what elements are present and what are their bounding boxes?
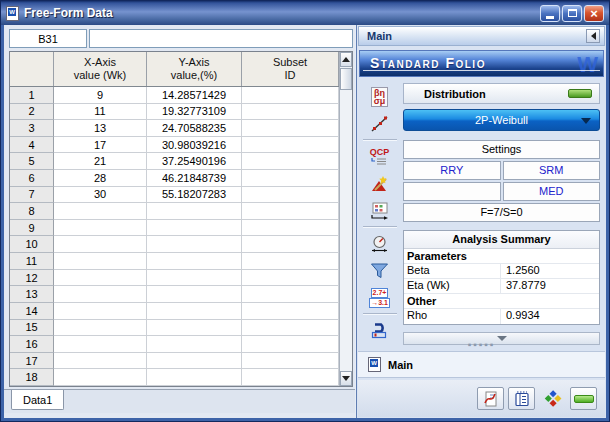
cell-y-value[interactable] [147,236,242,253]
row-number[interactable]: 12 [10,270,54,287]
degradation-button[interactable] [365,231,395,256]
cell-y-value[interactable]: 14.28571429 [147,87,242,104]
column-header-y-axis[interactable]: Y-Axis value,(%) [147,52,242,86]
minimize-button[interactable] [540,5,560,22]
cell-subset-id[interactable] [242,137,339,154]
row-number[interactable]: 1 [10,87,54,104]
cell-subset-id[interactable] [242,104,339,121]
setting-rank-method[interactable]: SRM [503,161,601,180]
cell-x-value[interactable] [54,353,147,370]
cell-x-value[interactable]: 17 [54,137,147,154]
cell-y-value[interactable] [147,286,242,303]
qcp-button[interactable]: QCP [365,144,395,169]
panel-splitter[interactable]: ▪▪▪▪▪ [357,342,606,349]
row-number[interactable]: 4 [10,137,54,154]
cell-x-value[interactable] [54,203,147,220]
scrollbar-thumb[interactable] [340,68,352,90]
cell-x-value[interactable] [54,303,147,320]
row-number[interactable]: 14 [10,303,54,320]
cell-y-value[interactable] [147,220,242,237]
cell-subset-id[interactable] [242,336,339,353]
change-units-button[interactable] [365,318,395,343]
maximize-button[interactable] [562,5,582,22]
row-number[interactable]: 10 [10,236,54,253]
distribution-dropdown[interactable]: 2P-Weibull [403,109,600,131]
cell-subset-id[interactable] [242,353,339,370]
panel-collapse-button[interactable] [586,29,600,43]
cell-x-value[interactable] [54,236,147,253]
test-design-button[interactable] [365,171,395,196]
row-number[interactable]: 17 [10,353,54,370]
cell-subset-id[interactable] [242,120,339,137]
cell-y-value[interactable] [147,353,242,370]
cell-subset-id[interactable] [242,187,339,204]
cell-y-value[interactable] [147,270,242,287]
row-number[interactable]: 3 [10,120,54,137]
row-number[interactable]: 2 [10,104,54,121]
cell-x-value[interactable] [54,253,147,270]
batch-auto-run-button[interactable] [365,198,395,223]
cell-subset-id[interactable] [242,203,339,220]
row-number[interactable]: 15 [10,320,54,337]
report-button[interactable] [477,387,504,410]
cell-x-value[interactable] [54,320,147,337]
cell-reference-box[interactable]: B31 [9,29,87,48]
cell-subset-id[interactable] [242,153,339,170]
cell-x-value[interactable] [54,336,147,353]
cell-x-value[interactable] [54,369,147,386]
cell-y-value[interactable] [147,336,242,353]
cell-y-value[interactable]: 55.18207283 [147,187,242,204]
cell-x-value[interactable]: 9 [54,87,147,104]
cell-y-value[interactable] [147,253,242,270]
cell-subset-id[interactable] [242,270,339,287]
cell-x-value[interactable] [54,270,147,287]
scrollbar-track[interactable] [340,90,352,371]
cell-subset-id[interactable] [242,236,339,253]
cell-y-value[interactable]: 46.21848739 [147,170,242,187]
cell-y-value[interactable]: 19.32773109 [147,104,242,121]
formula-input[interactable] [89,29,353,48]
reliasoft-button[interactable] [539,387,566,410]
cell-y-value[interactable]: 30.98039216 [147,137,242,154]
cell-x-value[interactable]: 30 [54,187,147,204]
cell-x-value[interactable] [54,220,147,237]
cell-y-value[interactable] [147,303,242,320]
cell-x-value[interactable] [54,286,147,303]
cell-x-value[interactable]: 28 [54,170,147,187]
row-number[interactable]: 13 [10,286,54,303]
close-button[interactable]: × [584,5,604,22]
cell-subset-id[interactable] [242,320,339,337]
cell-subset-id[interactable] [242,303,339,320]
sheet-tab-data1[interactable]: Data1 [11,390,64,410]
row-number[interactable]: 6 [10,170,54,187]
scroll-up-button[interactable] [340,52,352,67]
corner-header-cell[interactable] [10,52,54,86]
cell-subset-id[interactable] [242,220,339,237]
cell-subset-id[interactable] [242,369,339,386]
cell-y-value[interactable] [147,369,242,386]
setting-empty-cell[interactable] [403,182,501,201]
scroll-down-button[interactable] [340,371,352,386]
cell-subset-id[interactable] [242,87,339,104]
cell-y-value[interactable]: 24.70588235 [147,120,242,137]
cell-x-value[interactable]: 11 [54,104,147,121]
cell-subset-id[interactable] [242,286,339,303]
row-number[interactable]: 9 [10,220,54,237]
row-number[interactable]: 7 [10,187,54,204]
calculate-parameters-button[interactable]: βησμ [365,84,395,109]
row-number[interactable]: 5 [10,153,54,170]
plot-button[interactable] [365,111,395,136]
setting-rank-basis[interactable]: MED [503,182,601,201]
cell-y-value[interactable] [147,320,242,337]
cell-subset-id[interactable] [242,170,339,187]
cell-subset-id[interactable] [242,253,339,270]
column-header-x-axis[interactable]: X-Axis value (Wk) [54,52,147,86]
setting-analysis-method[interactable]: RRY [403,161,501,180]
filter-button[interactable] [365,258,395,283]
cell-x-value[interactable]: 21 [54,153,147,170]
column-header-subset-id[interactable]: Subset ID [242,52,339,86]
main-page-item[interactable]: W Main [358,351,605,378]
notes-button[interactable] [508,387,535,410]
cell-y-value[interactable]: 37.25490196 [147,153,242,170]
row-number[interactable]: 18 [10,369,54,386]
